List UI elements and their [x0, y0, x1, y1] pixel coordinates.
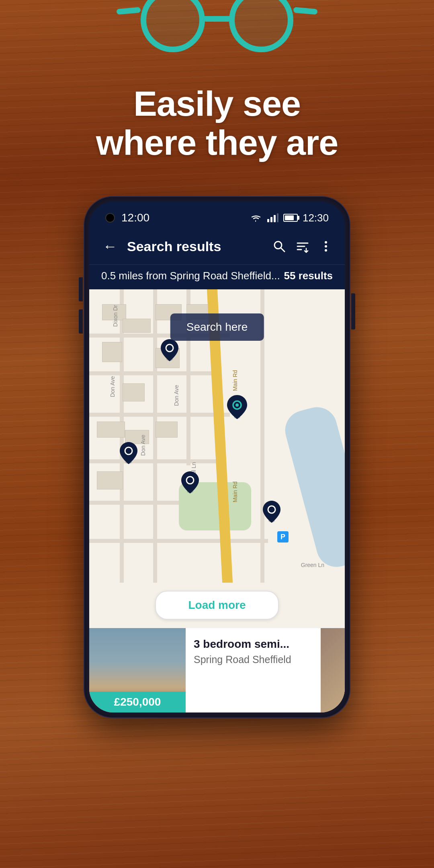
- signal-icon: [267, 213, 278, 222]
- status-left: 12:00: [105, 211, 149, 224]
- street-label: Dixon Dr: [112, 305, 119, 327]
- street-label: Don Ave: [173, 385, 180, 406]
- glasses-decoration: [117, 0, 317, 80]
- svg-point-10: [325, 245, 327, 248]
- building: [156, 422, 178, 438]
- hero-title: Easily see where they are: [0, 84, 434, 162]
- property-pin-1[interactable]: [161, 339, 178, 363]
- power-button: [351, 293, 355, 330]
- svg-point-16: [235, 403, 239, 407]
- parking-badge: P: [277, 531, 289, 542]
- glasses-right-arm: [293, 7, 318, 14]
- volume-up-button: [79, 277, 83, 301]
- building: [102, 342, 122, 362]
- street-label-main2: Main Rd: [232, 481, 238, 502]
- property-info: 3 bedroom semi... Spring Road Sheffield: [186, 628, 321, 712]
- svg-point-11: [325, 249, 327, 252]
- back-button[interactable]: ←: [101, 236, 119, 256]
- app-header: ← Search results: [89, 230, 345, 264]
- search-location-text: 0.5 miles from Spring Road Sheffield...: [101, 270, 280, 282]
- property-location: Spring Road Sheffield: [194, 654, 313, 665]
- svg-rect-2: [274, 215, 276, 222]
- wifi-icon: [250, 213, 262, 223]
- current-location-pin[interactable]: [227, 395, 247, 421]
- volume-down-button: [79, 309, 83, 334]
- svg-point-13: [166, 344, 173, 352]
- property-pin-3[interactable]: [120, 442, 137, 466]
- building: [97, 422, 125, 438]
- svg-rect-0: [267, 219, 269, 222]
- property-pin-5[interactable]: [263, 501, 280, 524]
- phone-screen: 12:00: [89, 202, 345, 712]
- street: [89, 371, 212, 375]
- phone-outer: 12:00: [84, 197, 350, 717]
- status-right: 12:30: [250, 212, 329, 224]
- map-view[interactable]: Dixon Dr Don Ave Don Ave Don Ave School …: [89, 289, 345, 583]
- sort-icon[interactable]: [296, 240, 309, 253]
- hero-section: Easily see where they are: [0, 84, 434, 162]
- property-image: £250,000: [89, 628, 186, 712]
- svg-rect-3: [277, 213, 278, 222]
- glasses-left-arm: [117, 7, 141, 14]
- camera-dot: [105, 213, 115, 223]
- street-label: Don Ave: [140, 434, 146, 456]
- street-label-main: Main Rd: [232, 370, 238, 391]
- phone-mockup: 12:00: [84, 197, 350, 717]
- property-title: 3 bedroom semi...: [194, 638, 313, 651]
- property-price: £250,000: [89, 692, 186, 712]
- header-icons: [272, 240, 333, 253]
- search-subtitle: 0.5 miles from Spring Road Sheffield... …: [89, 264, 345, 289]
- svg-rect-1: [270, 217, 272, 222]
- status-time-right: 12:30: [303, 212, 329, 224]
- svg-point-20: [186, 477, 194, 484]
- glasses-left-lens: [141, 0, 205, 52]
- glasses-right-lens: [229, 0, 293, 52]
- street-label-green: Green Ln: [301, 562, 324, 568]
- street: [89, 413, 230, 417]
- load-more-area: Load more: [89, 583, 345, 628]
- building: [97, 471, 123, 489]
- svg-point-18: [125, 447, 132, 454]
- glasses-bridge: [201, 16, 233, 22]
- street-label: Don Ave: [109, 376, 116, 397]
- property-card[interactable]: £250,000 3 bedroom semi... Spring Road S…: [89, 628, 345, 712]
- battery-icon: [283, 214, 298, 222]
- property-right-image-peek: [321, 628, 345, 712]
- results-count: 55 results: [284, 270, 333, 282]
- svg-point-22: [268, 506, 275, 513]
- status-bar: 12:00: [89, 202, 345, 230]
- building: [123, 319, 151, 333]
- search-here-button[interactable]: Search here: [170, 313, 264, 341]
- svg-point-9: [325, 241, 327, 244]
- property-pin-4[interactable]: [181, 471, 199, 495]
- load-more-button[interactable]: Load more: [155, 591, 278, 620]
- search-icon[interactable]: [272, 240, 286, 253]
- status-time-left: 12:00: [121, 211, 149, 224]
- page-title: Search results: [127, 239, 264, 254]
- svg-line-5: [281, 248, 285, 252]
- more-icon[interactable]: [319, 240, 333, 253]
- street: [89, 539, 268, 543]
- building: [123, 383, 145, 401]
